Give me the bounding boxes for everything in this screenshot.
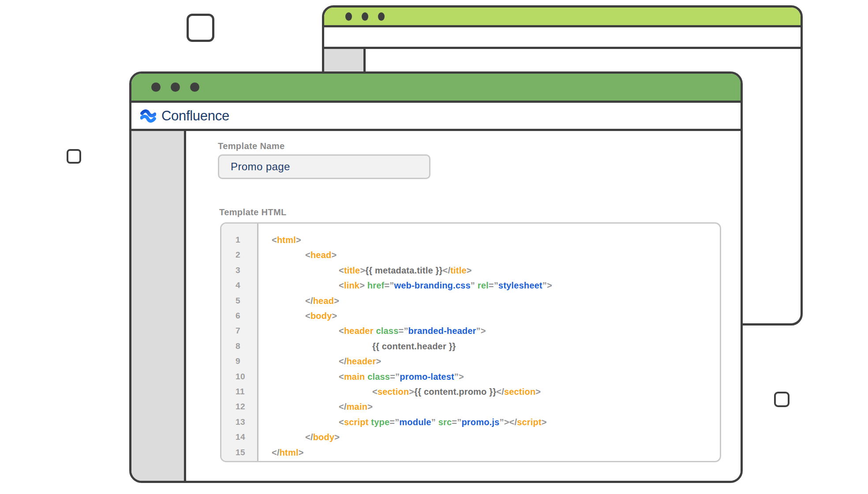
code-token-br: > [376, 356, 381, 366]
line-number: 4 [236, 278, 257, 293]
sidebar [131, 131, 186, 481]
code-token-br: < [372, 387, 378, 397]
code-area[interactable]: <html><head><title>{{ metadata.title }}<… [258, 224, 720, 461]
code-token-br: > [334, 296, 339, 306]
code-token-br: < [272, 235, 277, 245]
code-token-txt: {{ metadata.title }} [365, 266, 442, 275]
code-token-tag: body [311, 311, 332, 321]
code-token-tag: html [280, 448, 299, 457]
code-token-tag: header [344, 326, 374, 336]
code-token-br: > [409, 387, 414, 397]
line-number: 5 [236, 293, 257, 308]
code-token-tag: script [344, 417, 369, 427]
window-control-dot[interactable] [151, 82, 161, 92]
code-token-br: </ [496, 387, 504, 397]
code-token-br: </ [339, 356, 347, 366]
code-token-val: promo-latest [400, 372, 454, 382]
code-token-br: =” [390, 372, 400, 382]
code-token-br: > [296, 235, 301, 245]
line-number: 3 [236, 263, 257, 278]
code-token-br: < [305, 250, 311, 260]
code-token-tag: header [347, 356, 376, 366]
code-token-val: branded-header [408, 326, 476, 336]
brand-title: Confluence [161, 108, 229, 124]
line-number: 9 [236, 354, 257, 369]
line-number: 14 [236, 430, 257, 445]
code-token-tag: section [504, 387, 535, 397]
code-token-br: ”> [542, 281, 552, 290]
decorative-square [67, 149, 81, 164]
code-token-tag: html [277, 235, 296, 245]
code-token-val: stylesheet [498, 281, 542, 290]
code-token-br: </ [305, 296, 313, 306]
code-line: {{ content.header }} [258, 339, 720, 354]
confluence-logo-icon [140, 109, 156, 123]
window-control-dot[interactable] [345, 12, 352, 21]
code-line: <html> [258, 232, 720, 247]
window-control-dot[interactable] [378, 12, 385, 21]
code-token-br: < [339, 372, 344, 382]
code-line: <header class=”branded-header”> [258, 323, 720, 338]
front-browser-window: Confluence Template Name Template HTML 1… [129, 71, 743, 483]
code-line: <body> [258, 308, 720, 323]
code-line: <head> [258, 247, 720, 262]
line-number: 6 [236, 308, 257, 323]
code-line: </header> [258, 354, 720, 369]
line-number: 10 [236, 369, 257, 384]
code-token-br: ” [471, 281, 478, 290]
window-control-dot[interactable] [190, 82, 199, 92]
code-token-tag: head [311, 250, 331, 260]
code-token-br: < [305, 311, 311, 321]
line-number: 15 [236, 445, 257, 460]
code-token-br: > [467, 266, 472, 275]
code-token-br: ”> [476, 326, 486, 336]
code-token-tag: main [344, 372, 365, 382]
window-control-dot[interactable] [171, 82, 180, 92]
code-token-br: < [339, 417, 344, 427]
line-number-gutter: 123456789101112131415 [221, 224, 258, 461]
code-token-br: ” [431, 417, 438, 427]
code-token-br: < [339, 281, 344, 290]
line-number: 12 [236, 399, 257, 414]
code-token-attr: rel [478, 281, 489, 290]
decorative-square [774, 392, 789, 407]
code-token-br: > [332, 311, 337, 321]
code-token-br: ”> [454, 372, 464, 382]
code-token-br: =” [399, 326, 408, 336]
line-number: 11 [236, 384, 257, 399]
template-name-input[interactable] [218, 154, 430, 179]
line-number: 8 [236, 339, 257, 354]
code-token-br: > [542, 417, 547, 427]
code-token-br: > [334, 432, 340, 442]
line-number: 7 [236, 323, 257, 338]
code-token-br: ”></ [499, 417, 517, 427]
code-token-br: < [339, 326, 344, 336]
line-number: 1 [236, 232, 257, 247]
code-line: </main> [258, 399, 720, 414]
code-token-br: </ [443, 266, 451, 275]
code-token-br: > [535, 387, 541, 397]
code-line: </head> [258, 293, 720, 308]
code-line: <main class=”promo-latest”> [258, 369, 720, 384]
code-line: <title>{{ metadata.title }}</title> [258, 263, 720, 278]
code-line: <section>{{ content.promo }}</section> [258, 384, 720, 399]
app-header: Confluence [131, 103, 741, 131]
code-line: </body> [258, 430, 720, 445]
template-html-editor[interactable]: 123456789101112131415 <html><head><title… [220, 222, 721, 462]
window-control-dot[interactable] [362, 12, 368, 21]
code-token-br: =” [452, 417, 461, 427]
code-token-tag: script [517, 417, 542, 427]
code-token-br: =” [489, 281, 498, 290]
code-token-br: > [367, 402, 373, 412]
code-token-val: module [399, 417, 431, 427]
background-window-titlebar [324, 7, 801, 27]
line-number: 2 [236, 247, 257, 262]
code-token-attr: class [376, 326, 398, 336]
code-token-br: =” [389, 417, 399, 427]
code-token-br: > [359, 281, 367, 290]
code-token-tag: main [347, 402, 367, 412]
code-line: <script type=”module” src=”promo.js”></s… [258, 415, 720, 430]
front-window-titlebar [131, 74, 741, 103]
code-token-attr: src [438, 417, 452, 427]
code-token-attr: type [371, 417, 389, 427]
